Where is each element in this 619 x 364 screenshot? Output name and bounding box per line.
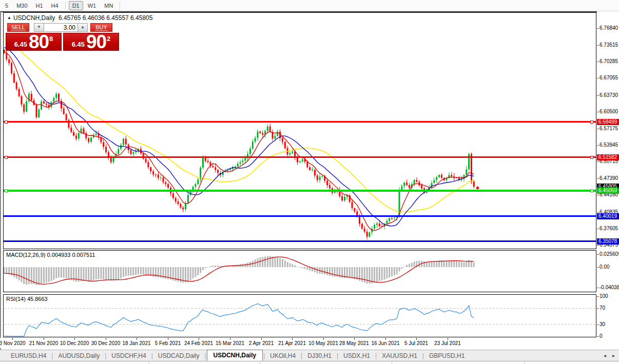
indicator-axis-tick — [597, 296, 599, 297]
date-axis-tick — [199, 338, 199, 340]
price-axis[interactable]: 6.768406.735156.702856.670556.637306.605… — [597, 11, 619, 350]
price-axis-tick — [597, 161, 599, 162]
main-chart-pane: ▲USDCNH,Daily 6.45765 6.46036 6.45557 6.… — [3, 12, 596, 249]
tab-scroll-arrows: ◂ ▸ — [604, 353, 619, 358]
price-axis-label: 6.67055 — [599, 75, 618, 81]
rsi-label: RSI(14) 45.8663 — [6, 296, 48, 302]
period-button-5[interactable]: 5 — [2, 1, 12, 10]
price-axis-label: 6.60500 — [599, 109, 618, 115]
indicator-axis-tick — [597, 288, 599, 288]
price-axis-label: 6.47390 — [599, 175, 618, 181]
horizontal-level-line-6.58499[interactable] — [4, 121, 596, 123]
period-button-d1[interactable]: D1 — [69, 1, 83, 10]
price-axis-tick — [597, 145, 599, 146]
indicator-axis-tick — [597, 267, 599, 268]
terminal-column-divider — [525, 361, 525, 364]
price-axis-label: 6.76840 — [599, 25, 618, 31]
chart-tab-ukoil[interactable]: UKOil,H4 — [265, 351, 300, 360]
chart-tab-usdchf[interactable]: USDCHF,H4 — [107, 351, 150, 360]
tab-scroll-right-icon[interactable]: ▸ — [612, 353, 615, 358]
date-axis-label: 16 Jun 2021 — [368, 340, 403, 346]
chart-tab-xauusd[interactable]: XAUUSD,H1 — [377, 351, 422, 360]
horizontal-level-line-6.51582[interactable] — [4, 156, 596, 158]
price-axis-tick — [597, 229, 599, 229]
buy-price-sup: 2 — [107, 35, 110, 43]
date-axis-label: 5 Feb 2021 — [150, 340, 185, 346]
date-axis-label: 24 Feb 2021 — [181, 340, 216, 346]
chart-tab-usdcnh[interactable]: USDCNH,Daily — [207, 350, 263, 361]
price-tag-6.58499: 6.58499 — [597, 119, 619, 125]
rsi-axis-label: 0 — [599, 333, 603, 339]
price-axis-label: 6.37605 — [599, 226, 618, 232]
date-axis-label: 28 May 2021 — [337, 340, 372, 346]
sell-price-big: 80 — [29, 34, 49, 49]
price-axis-tick — [597, 112, 599, 112]
horizontal-level-line-6.40019[interactable] — [4, 215, 596, 217]
indicator-axis-tick — [597, 254, 599, 255]
chart-title: ▲USDCNH,Daily 6.45765 6.46036 6.45557 6.… — [7, 14, 152, 22]
line-handle[interactable] — [590, 120, 593, 124]
period-button-mn[interactable]: MN — [101, 1, 117, 10]
date-axis-tick — [168, 338, 168, 340]
timeframe-toolbar: 5M30H1H4D1W1MN — [0, 0, 619, 11]
period-button-h4[interactable]: H4 — [48, 1, 62, 10]
line-handle[interactable] — [590, 156, 593, 159]
toolbar-separator — [120, 2, 120, 9]
price-axis-tick — [597, 95, 599, 96]
line-handle[interactable] — [5, 120, 8, 124]
buy-button[interactable]: BUY — [90, 23, 112, 32]
line-handle[interactable] — [590, 189, 593, 192]
price-axis-tick — [597, 195, 599, 195]
volume-decrease-button[interactable]: ▼ — [34, 23, 44, 32]
date-axis-tick — [230, 338, 230, 340]
tab-scroll-left-icon[interactable]: ◂ — [604, 353, 606, 358]
period-button-w1[interactable]: W1 — [84, 1, 100, 10]
sell-button[interactable]: SELL — [7, 23, 29, 32]
rsi-plot[interactable] — [4, 295, 596, 337]
chart-tab-eurusd[interactable]: EURUSD,H4 — [6, 351, 51, 360]
date-axis-tick — [416, 338, 417, 340]
date-axis-label: 18 Jan 2021 — [119, 340, 154, 346]
indicator-axis-tick — [597, 308, 599, 309]
rsi-axis-label: 30 — [599, 321, 605, 328]
sell-price-small: 6.45 — [14, 40, 27, 49]
price-tag-6.45059: 6.45059 — [597, 188, 619, 194]
volume-input[interactable]: 3.00 — [44, 23, 78, 32]
macd-axis-label: -0.04038 — [599, 285, 619, 291]
price-tag-6.51582: 6.51582 — [597, 154, 619, 160]
trading-platform-window: 5M30H1H4D1W1MN ▲USDCNH,Daily 6.45765 6.4… — [0, 0, 619, 364]
date-axis-tick — [74, 338, 75, 340]
period-button-h1[interactable]: H1 — [32, 1, 47, 10]
horizontal-level-line-6.35078[interactable] — [4, 240, 596, 242]
horizontal-level-line-6.45059[interactable] — [4, 190, 596, 192]
period-button-m30[interactable]: M30 — [13, 1, 31, 10]
buy-price-small: 6.45 — [72, 40, 85, 49]
terminal-panel-edge — [0, 361, 619, 364]
date-axis-tick — [323, 338, 324, 340]
volume-increase-button[interactable]: ▲ — [78, 23, 88, 32]
date-axis-label: 3 Nov 2020 — [0, 340, 30, 346]
chart-tab-dj30[interactable]: DJ30,H1 — [303, 351, 336, 360]
time-axis[interactable]: 3 Nov 202021 Nov 202010 Dec 202030 Dec 2… — [0, 338, 596, 348]
spinner-down-icon: ▼ — [37, 25, 41, 29]
sell-price-sup: 8 — [49, 35, 53, 43]
date-axis-label: 30 Dec 2020 — [88, 340, 123, 346]
rsi-indicator-pane: RSI(14) 45.8663 — [3, 294, 596, 337]
chart-tab-gbpusd[interactable]: GBPUSD,H1 — [424, 351, 469, 360]
line-handle[interactable] — [5, 189, 8, 192]
chart-tab-audusd[interactable]: AUDUSD,Daily — [53, 351, 104, 360]
chart-tab-usdx[interactable]: USDX,H1 — [339, 351, 375, 360]
date-axis-tick — [261, 338, 262, 340]
price-axis-label: 6.53945 — [599, 142, 618, 148]
date-axis-label: 21 Nov 2020 — [26, 340, 61, 346]
collapse-panel-arrow-icon[interactable]: ▲ — [7, 15, 11, 20]
date-axis-tick — [448, 338, 448, 340]
macd-axis-label: 0.00 — [599, 264, 609, 270]
line-handle[interactable] — [5, 156, 8, 159]
date-axis-tick — [385, 338, 386, 340]
macd-indicator-pane: MACD(12,26,9) 0.004933 0.007511 — [3, 250, 596, 292]
chart-tab-usdcad[interactable]: USDCAD,Daily — [153, 351, 204, 360]
buy-quote-box[interactable]: 6.45902 — [63, 33, 119, 51]
sell-quote-box[interactable]: 6.45808 — [6, 33, 62, 51]
chart-ohlc-values: 6.45765 6.46036 6.45557 6.45805 — [59, 14, 153, 22]
